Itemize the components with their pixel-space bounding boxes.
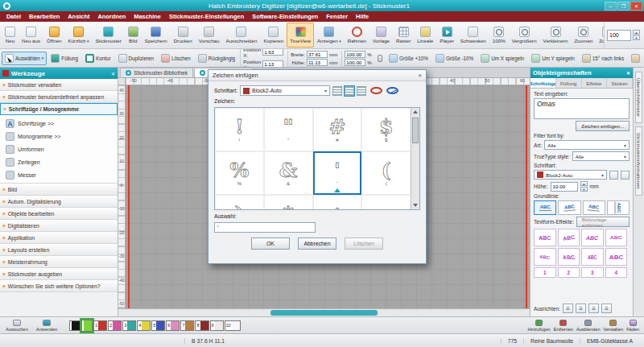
toolbar-button[interactable]: Player — [436, 23, 457, 48]
color-swatch[interactable]: 9 — [210, 320, 224, 331]
delete-button[interactable]: Löschen — [345, 238, 383, 250]
align-left-icon[interactable] — [563, 304, 573, 313]
toolbar-button[interactable]: Schwenken — [457, 23, 489, 48]
menu-item[interactable]: Software-Einstellungen — [248, 12, 322, 21]
menu-item[interactable]: Maschine — [130, 12, 165, 21]
color-swatch[interactable]: 2 — [108, 320, 122, 331]
grid-view-icon[interactable] — [345, 86, 354, 96]
character-cell[interactable]: * * — [264, 195, 313, 210]
color-swatch[interactable] — [81, 320, 93, 332]
envelope-number-option[interactable]: 1 — [534, 267, 556, 278]
toolbox-section[interactable]: Autom. Digitalisierung — [0, 196, 118, 208]
toolbar-button[interactable]: Neu aus — [19, 23, 43, 48]
transform-button[interactable]: Um Y spiegeln — [528, 52, 578, 65]
thread-action-button[interactable]: Fäden — [626, 320, 639, 332]
menu-item[interactable]: Hilfe — [352, 12, 373, 21]
scrollbar-thumb[interactable] — [412, 118, 419, 143]
apply-color-button[interactable]: Anwenden — [33, 320, 60, 332]
scale-x-input[interactable] — [345, 51, 365, 58]
toolbox-section[interactable]: Applikation — [0, 232, 118, 244]
toolbar-button[interactable]: Kürzlich — [65, 23, 93, 48]
docked-panel-tab[interactable]: Übersichtsfenster — [635, 72, 642, 123]
height-up-icon[interactable] — [580, 181, 588, 186]
toolbox-section[interactable]: Stickmuster verwalten — [0, 79, 118, 91]
menu-item[interactable]: Stickmuster-Einstellungen — [165, 12, 248, 21]
color-swatch[interactable]: 4 — [137, 320, 151, 331]
menu-item[interactable]: Datei — [2, 12, 25, 21]
baseline-option[interactable]: ABC — [607, 200, 630, 215]
color-swatch[interactable] — [69, 320, 80, 331]
character-cell[interactable]: % % — [215, 151, 264, 195]
baseline-option[interactable]: ABC — [534, 200, 556, 215]
minimize-button[interactable] — [605, 2, 617, 10]
toolbar-button[interactable]: Öffnen — [43, 23, 64, 48]
envelope-option[interactable]: ABC — [581, 229, 604, 246]
toolbar-button[interactable]: Ausschneiden — [223, 23, 261, 48]
color-swatch[interactable]: 10 — [225, 320, 241, 331]
toolbox-section[interactable]: Stickmuster ausgeben — [0, 268, 118, 280]
properties-tab[interactable]: Schriftzüge — [530, 78, 556, 88]
thread-action-button[interactable]: Ausblenden — [576, 320, 601, 332]
character-cell[interactable]: , , — [361, 195, 411, 210]
character-cell[interactable]: " " — [264, 108, 313, 151]
toolbar-button[interactable]: Zoomen — [572, 23, 597, 48]
toolbar-button[interactable]: Neu — [2, 23, 19, 48]
toolbox-section[interactable]: Stickmuster benutzerdefiniert anpassen — [0, 91, 118, 103]
toolbar-button[interactable]: Vorschau — [196, 23, 223, 48]
edit-toolbar-button[interactable]: Duplizieren — [115, 52, 158, 65]
transform-button[interactable]: Um X spiegeln — [477, 52, 527, 65]
toolbar-button[interactable]: Verkleinern — [540, 23, 572, 48]
zoom-input[interactable] — [607, 30, 631, 41]
character-cell[interactable]: & & — [264, 151, 313, 195]
align-center-icon[interactable] — [576, 304, 586, 313]
pos-y-input[interactable] — [262, 60, 283, 68]
menu-item[interactable]: Fenster — [322, 12, 352, 21]
envelope-option[interactable]: ABC — [534, 229, 556, 246]
font-select[interactable]: Block2-Auto — [534, 170, 607, 180]
character-cell[interactable]: $ $ — [361, 108, 411, 151]
toolbar-button[interactable]: TrueView — [287, 23, 314, 48]
selection-input[interactable] — [214, 222, 316, 233]
toolbar-button[interactable]: Speichern — [142, 23, 171, 48]
truetype-style-select[interactable]: Alle — [572, 151, 630, 161]
font-list-icon[interactable] — [609, 171, 618, 180]
edit-toolbar-button[interactable]: Rückgängig — [195, 52, 238, 65]
dialog-close-icon[interactable] — [418, 72, 422, 79]
zoom-up-icon[interactable] — [633, 30, 640, 35]
dialog-font-select[interactable]: Block2-Auto — [240, 85, 330, 96]
menu-item[interactable]: Bearbeiten — [25, 12, 64, 21]
list-view-icon[interactable] — [332, 86, 342, 96]
properties-tab[interactable]: Füllung — [556, 78, 582, 88]
toolbox-section[interactable]: Objekte bearbeiten — [0, 208, 118, 220]
color-swatch[interactable]: 8 — [195, 320, 208, 331]
color-swatch[interactable]: 3 — [122, 320, 136, 331]
toolbox-tool[interactable]: Monogramme >> — [0, 130, 118, 143]
pos-x-input[interactable] — [262, 49, 283, 56]
envelope-option[interactable]: ABC — [558, 248, 580, 266]
toolbox-tool[interactable]: Schriftzüge >> — [0, 117, 118, 130]
character-cell[interactable]: ! ! — [215, 108, 264, 151]
envelope-option[interactable]: ABC — [581, 248, 604, 266]
toolbar-button[interactable]: Lineale — [414, 23, 436, 48]
letter-height-input[interactable] — [551, 182, 578, 192]
envelope-option[interactable]: ABC — [605, 229, 628, 246]
envelope-option[interactable]: ABC — [534, 248, 556, 266]
zoom-down-icon[interactable] — [633, 35, 640, 40]
toolbox-tool[interactable]: Messer — [0, 168, 118, 181]
color-swatch[interactable]: 1 — [93, 320, 107, 331]
toolbox-section-open[interactable]: Schriftzüge / Monogramme — [0, 103, 118, 115]
insert-character-button[interactable]: Zeichen einfügen... — [576, 121, 630, 131]
scale-y-input[interactable] — [345, 59, 365, 66]
horizontal-scrollbar[interactable] — [118, 308, 530, 316]
toolbox-tool[interactable]: Umformen — [0, 143, 118, 155]
large-view-icon[interactable] — [357, 86, 366, 96]
align-right-icon[interactable] — [588, 304, 599, 313]
toolbar-button[interactable]: Vergrößern — [509, 23, 540, 48]
envelope-option[interactable]: ABC — [558, 229, 580, 246]
envelope-option[interactable]: ABC — [605, 248, 628, 266]
toolbar-button[interactable]: Vorlage — [369, 23, 393, 48]
edit-toolbar-button[interactable]: Auswählen — [2, 52, 47, 65]
align-justify-icon[interactable] — [601, 304, 612, 313]
docked-panel-tab[interactable]: Stickmusterinformationen — [635, 126, 642, 196]
font-favorites-icon[interactable] — [621, 171, 630, 180]
